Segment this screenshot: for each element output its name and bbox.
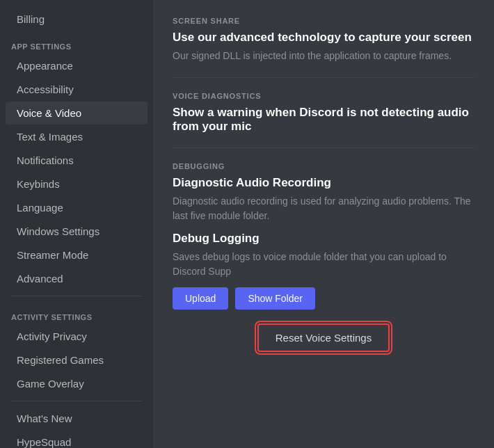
upload-button[interactable]: Upload bbox=[173, 287, 228, 310]
debug-button-row: Upload Show Folder bbox=[173, 287, 475, 310]
sidebar-item-appearance[interactable]: Appearance bbox=[6, 54, 148, 77]
sidebar-item-registered-games[interactable]: Registered Games bbox=[6, 349, 148, 371]
sidebar-item-hypesquad[interactable]: HypeSquad bbox=[6, 431, 148, 448]
sidebar-item-accessibility[interactable]: Accessibility bbox=[6, 78, 148, 101]
sidebar-item-notifications[interactable]: Notifications bbox=[6, 149, 148, 172]
sidebar-item-voice-video[interactable]: Voice & Video bbox=[6, 102, 148, 125]
main-content: SCREEN SHARE Use our advanced technology… bbox=[153, 0, 494, 448]
reset-voice-settings-button[interactable]: Reset Voice Settings bbox=[257, 323, 390, 352]
app-settings-header: APP SETTINGS bbox=[0, 31, 153, 54]
reset-btn-wrapper: Reset Voice Settings bbox=[173, 323, 475, 352]
screen-share-section: SCREEN SHARE Use our advanced technology… bbox=[173, 17, 475, 63]
show-folder-button[interactable]: Show Folder bbox=[235, 287, 315, 310]
debugging-tag: DEBUGGING bbox=[173, 162, 475, 170]
voice-diagnostics-title: Show a warning when Discord is not detec… bbox=[173, 106, 475, 134]
sidebar-divider-2 bbox=[11, 401, 142, 401]
separator-1 bbox=[173, 77, 475, 78]
sidebar-divider-1 bbox=[11, 296, 142, 296]
screen-share-title: Use our advanced technology to capture y… bbox=[173, 31, 475, 45]
sidebar-item-keybinds[interactable]: Keybinds bbox=[6, 173, 148, 195]
sidebar-item-streamer-mode[interactable]: Streamer Mode bbox=[6, 243, 148, 266]
debug-logging-title: Debug Logging bbox=[173, 232, 475, 246]
sidebar-item-whats-new[interactable]: What's New bbox=[6, 407, 148, 430]
diagnostic-audio-desc: Diagnostic audio recording is used for a… bbox=[173, 194, 475, 223]
screen-share-tag: SCREEN SHARE bbox=[173, 17, 475, 25]
debugging-section: DEBUGGING Diagnostic Audio Recording Dia… bbox=[173, 162, 475, 352]
voice-diagnostics-section: VOICE DIAGNOSTICS Show a warning when Di… bbox=[173, 92, 475, 134]
diagnostic-audio-title: Diagnostic Audio Recording bbox=[173, 176, 475, 190]
screen-share-desc: Our signed DLL is injected into the appl… bbox=[173, 49, 475, 63]
sidebar-item-billing[interactable]: Billing bbox=[6, 8, 148, 31]
sidebar-item-activity-privacy[interactable]: Activity Privacy bbox=[6, 325, 148, 348]
activity-settings-header: ACTIVITY SETTINGS bbox=[0, 302, 153, 324]
debug-logging-desc: Saves debug logs to voice module folder … bbox=[173, 250, 475, 279]
sidebar: Billing APP SETTINGS Appearance Accessib… bbox=[0, 0, 153, 448]
separator-2 bbox=[173, 147, 475, 148]
sidebar-item-windows-settings[interactable]: Windows Settings bbox=[6, 220, 148, 243]
sidebar-item-text-images[interactable]: Text & Images bbox=[6, 125, 148, 148]
sidebar-item-game-overlay[interactable]: Game Overlay bbox=[6, 372, 148, 395]
sidebar-item-language[interactable]: Language bbox=[6, 196, 148, 219]
sidebar-item-advanced[interactable]: Advanced bbox=[6, 267, 148, 290]
voice-diagnostics-tag: VOICE DIAGNOSTICS bbox=[173, 92, 475, 100]
